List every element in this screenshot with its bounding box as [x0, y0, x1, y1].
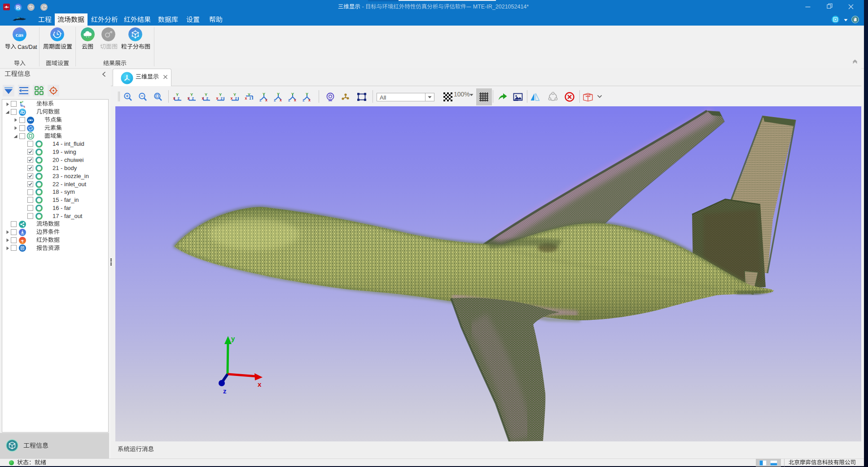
svg-text:x: x	[173, 96, 175, 100]
svg-text:x: x	[216, 96, 219, 100]
svg-text:x: x	[231, 96, 233, 100]
svg-text:x: x	[202, 96, 204, 100]
svg-text:z: z	[206, 96, 209, 100]
svg-text:z: z	[192, 96, 194, 100]
svg-text:Y: Y	[277, 92, 280, 96]
svg-text:Y: Y	[22, 100, 24, 103]
svg-text:z: z	[259, 98, 262, 102]
svg-text:Y: Y	[263, 92, 265, 96]
svg-text:z: z	[302, 98, 305, 102]
svg-text:z: z	[235, 96, 237, 100]
svg-text:z: z	[178, 96, 180, 100]
svg-text:x: x	[24, 105, 26, 108]
svg-text:z: z	[288, 98, 290, 102]
svg-text:Y: Y	[291, 92, 294, 96]
svg-text:cas: cas	[16, 31, 23, 38]
svg-text:x: x	[294, 98, 296, 102]
svg-text:z: z	[250, 96, 252, 100]
svg-text:x: x	[245, 96, 247, 100]
svg-text:z: z	[223, 387, 227, 395]
svg-text:z: z	[221, 96, 223, 100]
svg-text:Y: Y	[306, 92, 308, 96]
svg-text:x: x	[188, 96, 190, 100]
svg-text:z: z	[274, 98, 276, 102]
svg-text:x: x	[258, 380, 262, 388]
svg-text:x: x	[265, 98, 267, 102]
svg-text:z: z	[22, 104, 23, 106]
svg-text:x: x	[308, 98, 311, 102]
svg-text:y: y	[231, 335, 235, 342]
svg-text:x: x	[280, 98, 282, 102]
